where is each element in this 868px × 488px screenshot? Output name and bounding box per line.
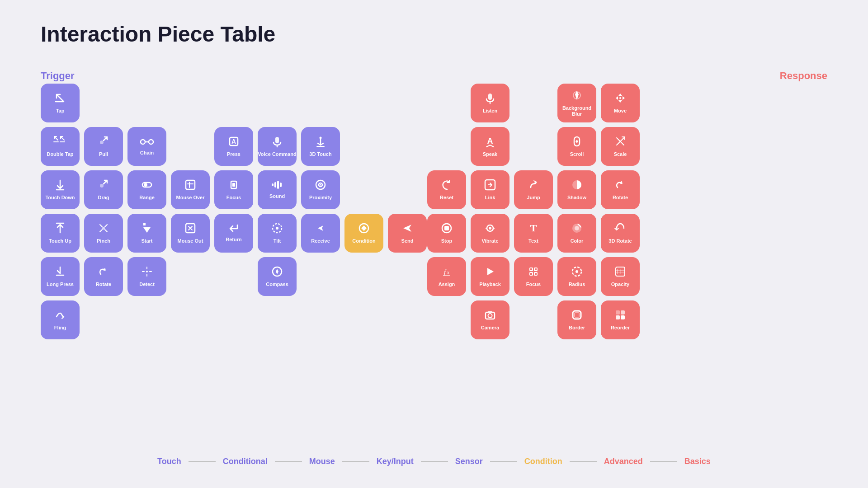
piece-focus-r[interactable]: Focus bbox=[514, 257, 553, 296]
vibrate-icon bbox=[484, 222, 496, 236]
piece-radius[interactable]: Radius bbox=[557, 257, 596, 296]
piece-touch-up[interactable]: Touch Up bbox=[41, 214, 80, 253]
piece-long-press[interactable]: Long Press bbox=[41, 257, 80, 296]
svg-text:x: x bbox=[447, 270, 449, 275]
piece-listen[interactable]: Listen bbox=[471, 84, 509, 122]
send-label: Send bbox=[401, 238, 414, 244]
label-trigger: Trigger bbox=[41, 70, 75, 82]
piece-voice-command[interactable]: Voice Command bbox=[258, 127, 297, 166]
svg-text:f: f bbox=[444, 269, 447, 276]
piece-rotate[interactable]: Rotate bbox=[84, 257, 123, 296]
piece-receive[interactable]: Receive bbox=[301, 214, 340, 253]
piece-focus[interactable]: Focus bbox=[214, 170, 253, 209]
piece-link[interactable]: Link bbox=[471, 170, 509, 209]
svg-point-66 bbox=[576, 270, 578, 273]
svg-rect-16 bbox=[277, 181, 279, 189]
jump-label: Jump bbox=[527, 195, 540, 201]
piece-text[interactable]: TText bbox=[514, 214, 553, 253]
piece-reorder[interactable]: Reorder bbox=[601, 300, 640, 339]
divider bbox=[490, 461, 517, 462]
svg-rect-37 bbox=[275, 137, 279, 143]
playback-label: Playback bbox=[479, 282, 501, 287]
piece-tap[interactable]: Tap bbox=[41, 84, 80, 122]
piece-3d-touch[interactable]: 3D Touch bbox=[301, 127, 340, 166]
piece-tilt[interactable]: Tilt bbox=[258, 214, 297, 253]
piece-background-blur[interactable]: Background Blur bbox=[557, 84, 596, 122]
piece-speak[interactable]: ASpeak bbox=[471, 127, 509, 166]
piece-jump[interactable]: Jump bbox=[514, 170, 553, 209]
piece-vibrate[interactable]: Vibrate bbox=[471, 214, 509, 253]
opacity-icon bbox=[614, 265, 627, 280]
reset-label: Reset bbox=[440, 195, 453, 201]
piece-pull[interactable]: Pull bbox=[84, 127, 123, 166]
piece-condition[interactable]: Condition bbox=[344, 214, 383, 253]
link-label: Link bbox=[485, 195, 495, 201]
svg-rect-15 bbox=[274, 182, 276, 188]
svg-point-44 bbox=[619, 97, 621, 99]
3d-touch-label: 3D Touch bbox=[309, 151, 331, 157]
text-icon: T bbox=[527, 222, 540, 236]
piece-mouse-over[interactable]: Mouse Over bbox=[171, 170, 210, 209]
piece-pinch[interactable]: Pinch bbox=[84, 214, 123, 253]
double-tap-icon bbox=[53, 135, 67, 150]
svg-rect-75 bbox=[488, 311, 492, 313]
bottom-label-mouse: Mouse bbox=[304, 457, 340, 466]
piece-border[interactable]: Border bbox=[557, 300, 596, 339]
piece-assign[interactable]: fxAssign bbox=[427, 257, 466, 296]
piece-rot[interactable]: Rotate bbox=[601, 170, 640, 209]
piece-mouse-out[interactable]: Mouse Out bbox=[171, 214, 210, 253]
piece-move[interactable]: Move bbox=[601, 84, 640, 122]
svg-point-74 bbox=[488, 314, 492, 318]
voice-command-icon bbox=[271, 135, 283, 150]
rotate-label: Rotate bbox=[96, 282, 111, 287]
piece-color[interactable]: Color bbox=[557, 214, 596, 253]
svg-rect-61 bbox=[530, 268, 533, 271]
sound-label: Sound bbox=[269, 193, 285, 199]
chain-label: Chain bbox=[140, 150, 154, 156]
assign-icon: fx bbox=[440, 265, 453, 280]
piece-opacity[interactable]: Opacity bbox=[601, 257, 640, 296]
long-press-icon bbox=[54, 265, 66, 280]
piece-reset[interactable]: Reset bbox=[427, 170, 466, 209]
divider bbox=[275, 461, 302, 462]
piece-double-tap[interactable]: Double Tap bbox=[41, 127, 80, 166]
piece-stop[interactable]: Stop bbox=[427, 214, 466, 253]
svg-rect-5 bbox=[149, 140, 153, 144]
jump-icon bbox=[527, 178, 540, 193]
piece-sound[interactable]: Sound bbox=[258, 170, 297, 209]
bottom-label-conditional: Conditional bbox=[217, 457, 273, 466]
piece-camera[interactable]: Camera bbox=[471, 300, 509, 339]
svg-rect-78 bbox=[616, 310, 620, 314]
piece-chain[interactable]: Chain bbox=[127, 127, 166, 166]
piece-scroll[interactable]: Scroll bbox=[557, 127, 596, 166]
scroll-label: Scroll bbox=[570, 151, 584, 157]
svg-rect-4 bbox=[141, 140, 145, 144]
send-icon bbox=[401, 222, 414, 236]
svg-rect-62 bbox=[534, 268, 537, 271]
piece-proximity[interactable]: Proximity bbox=[301, 170, 340, 209]
piece-touch-down[interactable]: Touch Down bbox=[41, 170, 80, 209]
svg-rect-76 bbox=[573, 311, 581, 319]
piece-send[interactable]: Send bbox=[388, 214, 427, 253]
piece-3d-rotate[interactable]: 3D Rotate bbox=[601, 214, 640, 253]
piece-shadow[interactable]: Shadow bbox=[557, 170, 596, 209]
piece-detect[interactable]: Detect bbox=[127, 257, 166, 296]
move-icon bbox=[614, 92, 627, 106]
touch-up-label: Touch Up bbox=[49, 238, 71, 244]
piece-compass[interactable]: Compass bbox=[258, 257, 297, 296]
return-icon bbox=[227, 223, 240, 235]
piece-drag[interactable]: Drag bbox=[84, 170, 123, 209]
svg-rect-79 bbox=[621, 310, 625, 314]
piece-playback[interactable]: Playback bbox=[471, 257, 509, 296]
piece-return[interactable]: Return bbox=[214, 214, 253, 253]
move-label: Move bbox=[614, 108, 627, 114]
piece-range[interactable]: Range bbox=[127, 170, 166, 209]
piece-press[interactable]: APress bbox=[214, 127, 253, 166]
touch-up-icon bbox=[54, 222, 66, 236]
voice-command-label: Voice Command bbox=[258, 151, 296, 157]
piece-fling[interactable]: Fling bbox=[41, 300, 80, 339]
fling-label: Fling bbox=[54, 325, 66, 331]
piece-start[interactable]: Start bbox=[127, 214, 166, 253]
piece-scale[interactable]: Scale bbox=[601, 127, 640, 166]
start-icon bbox=[142, 222, 152, 236]
